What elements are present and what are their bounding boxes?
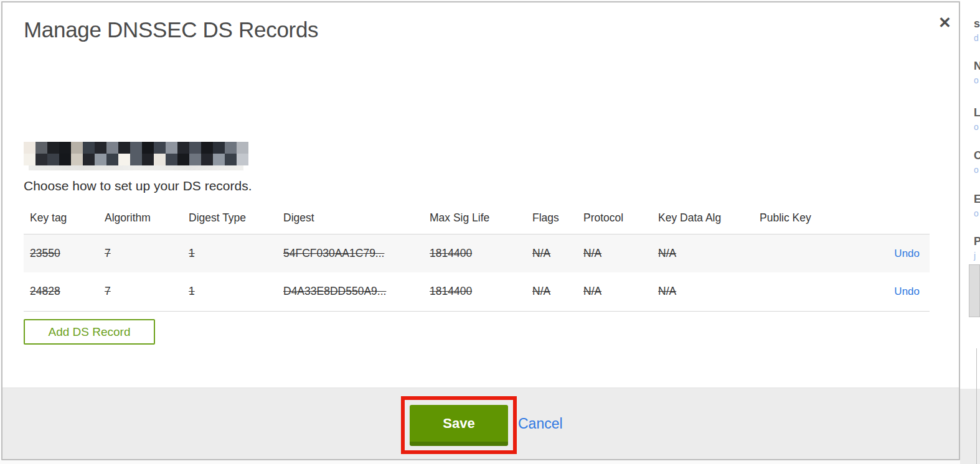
cell-algorithm: 7 [98,234,182,272]
ds-records-table: Key tag Algorithm Digest Type Digest Max… [24,205,930,312]
col-header-digest: Digest [277,205,423,234]
background-text-fragment: C [974,149,980,162]
col-header-flags: Flags [526,205,577,234]
cell-protocol: N/A [577,234,652,272]
background-link-fragment: o [974,122,979,132]
cell-key-data-alg: N/A [652,272,753,311]
cell-digest: 54FCF030AA1C79... [277,234,423,272]
redacted-domain-name [24,142,248,165]
background-text-fragment: s [974,17,980,30]
cell-flags: N/A [526,234,577,272]
background-text-fragment: P [974,235,980,248]
col-header-key-tag: Key tag [24,205,98,234]
cell-digest-type: 1 [182,272,277,311]
cell-actions: Undo [847,272,930,311]
cell-public-key [753,234,847,272]
cell-protocol: N/A [577,272,652,311]
dialog-footer: Save Cancel [2,387,959,459]
background-text-fragment: L [974,106,980,119]
table-header-row: Key tag Algorithm Digest Type Digest Max… [24,205,930,234]
col-header-max-sig-life: Max Sig Life [423,205,526,234]
cell-digest: D4A33E8DD550A9... [277,272,423,311]
col-header-digest-type: Digest Type [182,205,277,234]
cell-key-tag: 23550 [24,234,98,272]
page-title: Manage DNSSEC DS Records [24,17,318,42]
cell-max-sig-life: 1814400 [423,272,526,311]
background-link-fragment: j [974,251,976,261]
table-row: 23550 7 1 54FCF030AA1C79... 1814400 N/A … [24,234,930,272]
cell-max-sig-life: 1814400 [423,234,526,272]
col-header-algorithm: Algorithm [98,205,182,234]
cell-key-tag: 24828 [24,272,98,311]
col-header-key-data-alg: Key Data Alg [652,205,753,234]
background-element-fragment [969,264,980,317]
col-header-public-key: Public Key [753,205,847,234]
cell-algorithm: 7 [98,272,182,311]
background-text-fragment: N [974,60,980,73]
table-row: 24828 7 1 D4A33E8DD550A9... 1814400 N/A … [24,272,930,311]
background-link-fragment: o [974,165,979,175]
close-icon[interactable]: ✕ [938,15,951,30]
col-header-actions [847,205,930,234]
cell-key-data-alg: N/A [652,234,753,272]
cell-flags: N/A [526,272,577,311]
cancel-link[interactable]: Cancel [518,415,563,432]
background-link-fragment: d [974,33,979,43]
save-button[interactable]: Save [410,405,508,446]
col-header-protocol: Protocol [577,205,652,234]
undo-link[interactable]: Undo [894,248,920,259]
background-page-sliver: s d N o L o C o E o P j [960,0,980,464]
background-gray-section [960,389,980,464]
cell-public-key [753,272,847,311]
cell-digest-type: 1 [182,234,277,272]
manage-dnssec-dialog: Manage DNSSEC DS Records ✕ Choose how to… [1,1,960,460]
cell-actions: Undo [847,234,930,272]
background-text-fragment: E [974,193,980,206]
instruction-text: Choose how to set up your DS records. [24,179,252,193]
add-ds-record-button[interactable]: Add DS Record [24,319,155,345]
background-link-fragment: o [974,75,979,85]
background-border-line [976,348,977,464]
background-link-fragment: o [974,208,979,218]
undo-link[interactable]: Undo [894,285,920,297]
